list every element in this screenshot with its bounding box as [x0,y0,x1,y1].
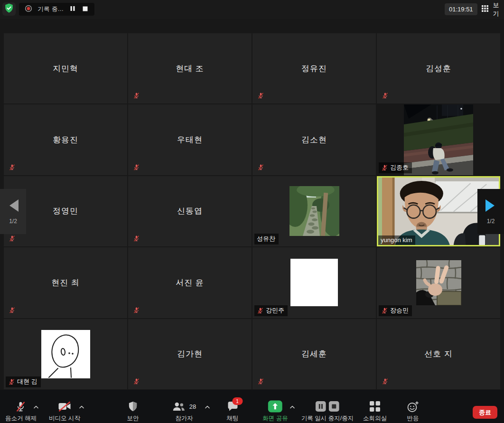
toolbar-item-record-control[interactable]: 기록 일시 중지/중지 [301,400,354,423]
participant-name-label: 장승민 [379,305,412,316]
participant-tile[interactable]: 현진 최 [4,247,127,318]
mic-muted-icon [133,164,140,171]
toolbar-item-participants[interactable]: 28참가자 [172,400,196,423]
stop-recording-button[interactable] [82,5,89,14]
participant-name: 현진 최 [4,247,127,318]
breakout-rooms-icon [369,401,381,412]
participant-name-label: yungon kim [378,235,415,245]
previous-page-button[interactable]: 1/2 [0,189,26,234]
view-button[interactable]: 보기 [479,3,504,15]
mic-muted-icon [257,164,264,171]
mic-muted-icon [257,307,263,314]
mic-off-icon [15,401,27,413]
participant-tile[interactable]: 서진 윤 [128,247,252,318]
toolbar-item-label: 음소거 해제 [5,414,37,423]
participant-name: 장승민 [390,306,409,315]
participant-tile[interactable]: 대현 김 [4,319,127,389]
toolbar-item-label: 화면 공유 [262,414,288,423]
toolbar-item-start-video[interactable]: 비디오 시작 [49,400,80,423]
mic-muted-icon [133,92,140,99]
mic-muted-icon [257,378,264,385]
toolbar-item-share-screen[interactable]: 화면 공유 [262,400,288,423]
participant-name: 현대 조 [128,33,252,103]
participant-name: 김소현 [252,104,376,175]
next-page-button[interactable]: 1/2 [477,189,504,234]
participant-tile[interactable]: 신동엽 [128,176,252,246]
grid-view-icon [482,5,488,13]
participant-tile[interactable]: 김소현 [252,104,376,175]
participant-tile[interactable]: 지민혁 [4,33,127,103]
stop-recording-toolbar-button[interactable] [329,401,339,412]
participant-name: 황용진 [4,104,127,175]
toolbar-item-label: 기록 일시 중지/중지 [301,414,354,423]
participant-tile[interactable]: 김성훈 [377,33,500,103]
video-off-icon [58,401,71,412]
chevron-up-icon[interactable] [34,405,39,409]
participant-name: yungon kim [381,236,412,244]
meeting-top-bar: 기록 중... 01:19:51 보기 [0,0,504,19]
pause-recording-button[interactable] [69,5,76,14]
share-screen-icon [268,400,282,413]
participant-tile[interactable]: 현대 조 [128,33,252,103]
participant-tile[interactable]: 정유진 [252,33,376,103]
mic-muted-icon [257,92,264,99]
page-indicator: 1/2 [9,218,17,225]
page-indicator: 1/2 [487,218,495,225]
recording-indicator: 기록 중... [19,3,94,16]
participant-name: 김가현 [128,319,252,389]
meeting-timer: 01:19:51 [445,3,477,15]
participant-tile[interactable]: 김종호 [377,104,500,175]
participant-name-label: 대현 김 [6,376,41,387]
participant-name-label: 성유찬 [254,234,279,244]
participant-tile[interactable]: 장승민 [377,247,500,318]
mic-muted-icon [381,307,388,314]
participant-tile[interactable]: 선호 지 [377,319,500,389]
right-arrow-icon [485,198,497,215]
toolbar-item-chat[interactable]: 1채팅 [227,400,239,423]
toolbar-item-icons [369,400,381,413]
end-meeting-button[interactable]: 종료 [473,406,497,419]
participant-tile[interactable]: 황용진 [4,104,127,175]
toolbar-item-security[interactable]: 보안 [127,400,139,423]
participant-name-label: 김종호 [379,162,412,173]
reactions-icon [407,401,419,413]
participant-name: 대현 김 [17,377,37,386]
toolbar-item-label: 채팅 [227,414,239,423]
chevron-up-icon[interactable] [79,405,84,409]
toolbar-item-icons [58,400,71,413]
participant-name: 김세훈 [252,319,376,389]
record-icon [25,5,32,14]
mic-muted-icon [381,164,388,171]
participant-tile[interactable]: 강민주 [252,247,376,318]
toolbar-item-icons [268,400,282,413]
mic-muted-icon [9,164,16,171]
pause-recording-toolbar-button[interactable] [316,401,326,412]
toolbar-item-icons [128,400,139,413]
participant-name: 신동엽 [128,176,252,246]
security-badge-button[interactable] [2,2,16,16]
toolbar-item-reactions[interactable]: 반응 [407,400,419,423]
participant-tile[interactable]: 김가현 [128,319,252,389]
mic-muted-icon [382,92,389,99]
toolbar-item-breakout-rooms[interactable]: 소회의실 [363,400,387,423]
mic-muted-icon [133,307,140,314]
mic-muted-icon [8,378,15,385]
chat-unread-badge: 1 [232,397,243,405]
participant-name: 김종호 [390,163,409,172]
participant-tile[interactable]: 김세훈 [252,319,376,389]
meeting-toolbar: 종료 음소거 해제비디오 시작보안28참가자1채팅화면 공유기록 일시 중지/중… [0,390,504,423]
shield-check-icon [4,3,14,15]
mic-muted-icon [9,307,16,314]
view-button-label: 보기 [491,1,501,18]
recording-status-label: 기록 중... [37,5,64,13]
toolbar-item-label: 보안 [127,414,139,423]
participant-tile[interactable]: 성유찬 [252,176,376,246]
participant-tile[interactable]: 우태현 [128,104,252,175]
pause-icon [70,6,75,13]
toolbar-item-icons: 28 [172,400,196,413]
toolbar-item-unmute[interactable]: 음소거 해제 [5,400,37,423]
chevron-up-icon[interactable] [290,405,295,409]
chevron-up-icon[interactable] [205,405,210,409]
toolbar-item-icons [407,400,419,413]
toolbar-item-label: 반응 [407,414,419,423]
